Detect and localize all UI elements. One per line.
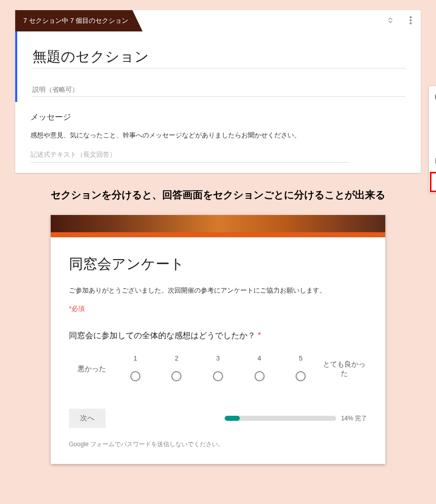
progress-text: 14% 完了: [341, 414, 367, 423]
question-block[interactable]: メッセージ 感想や意見、気になったこと、幹事へのメッセージなどがありましたらお聞…: [15, 107, 421, 163]
form-accent-bar: [51, 232, 385, 237]
question-toolbar: T T: [429, 86, 436, 193]
scale-number: 2: [156, 354, 198, 362]
radio-icon[interactable]: [171, 371, 181, 381]
scale-label-right: とても良かった: [321, 360, 367, 378]
add-title-icon[interactable]: T T: [433, 112, 436, 125]
radio-icon[interactable]: [296, 371, 306, 381]
form-preview: 同窓会アンケート ご参加ありがとうございました。次回開催の参考にアンケートにご協…: [51, 215, 385, 464]
add-section-icon[interactable]: [433, 175, 436, 189]
scale-number: 3: [197, 354, 239, 362]
radio-icon[interactable]: [213, 371, 223, 381]
section-indicator-label: 7 セクション中 7 個目のセクション: [15, 10, 142, 31]
form-title: 同窓会アンケート: [69, 255, 367, 274]
question-title: メッセージ: [30, 112, 406, 123]
scale-number: 4: [239, 354, 280, 362]
question-label: 同窓会に参加しての全体的な感想はどうでしたか？ *: [69, 331, 367, 341]
linear-scale-question: 悪かった 12345 とても良かった: [69, 354, 367, 383]
section-editor-card: 7 セクション中 7 個目のセクション メッセージ 感想や意見、気に: [15, 10, 421, 173]
scale-option[interactable]: 5: [280, 354, 321, 383]
section-title-input[interactable]: [32, 46, 406, 68]
next-button[interactable]: 次へ: [69, 409, 105, 428]
scale-number: 5: [280, 354, 321, 362]
add-question-icon[interactable]: [433, 90, 436, 103]
add-image-icon[interactable]: [433, 133, 436, 146]
section-description-input[interactable]: [32, 81, 406, 97]
collapse-section-icon[interactable]: [385, 15, 395, 25]
form-footer-note: Google フォームでパスワードを送信しないでください。: [69, 440, 367, 449]
radio-icon[interactable]: [255, 371, 265, 381]
question-description: 感想や意見、気になったこと、幹事へのメッセージなどがありましたらお聞かせください…: [30, 131, 406, 140]
svg-point-0: [410, 16, 412, 18]
answer-type-placeholder: 記述式テキスト（長文回答）: [30, 150, 349, 163]
form-header-image: [51, 215, 385, 232]
form-description: ご参加ありがとうございました。次回開催の参考にアンケートにご協力お願いします。: [69, 286, 367, 295]
scale-label-left: 悪かった: [69, 365, 115, 374]
required-indicator: *必須: [69, 304, 367, 313]
scale-option[interactable]: 4: [239, 354, 280, 383]
add-video-icon[interactable]: [433, 154, 436, 167]
scale-option[interactable]: 1: [115, 354, 156, 383]
scale-option[interactable]: 3: [197, 354, 239, 383]
svg-point-1: [410, 19, 412, 21]
scale-option[interactable]: 2: [156, 354, 198, 383]
progress-bar: [225, 416, 336, 421]
more-options-icon[interactable]: [406, 15, 416, 25]
scale-number: 1: [115, 354, 156, 362]
svg-point-2: [410, 22, 412, 24]
explanation-caption: セクションを分けると、回答画面をセクションごとに分けることが出来る: [10, 188, 426, 202]
radio-icon[interactable]: [130, 371, 140, 381]
